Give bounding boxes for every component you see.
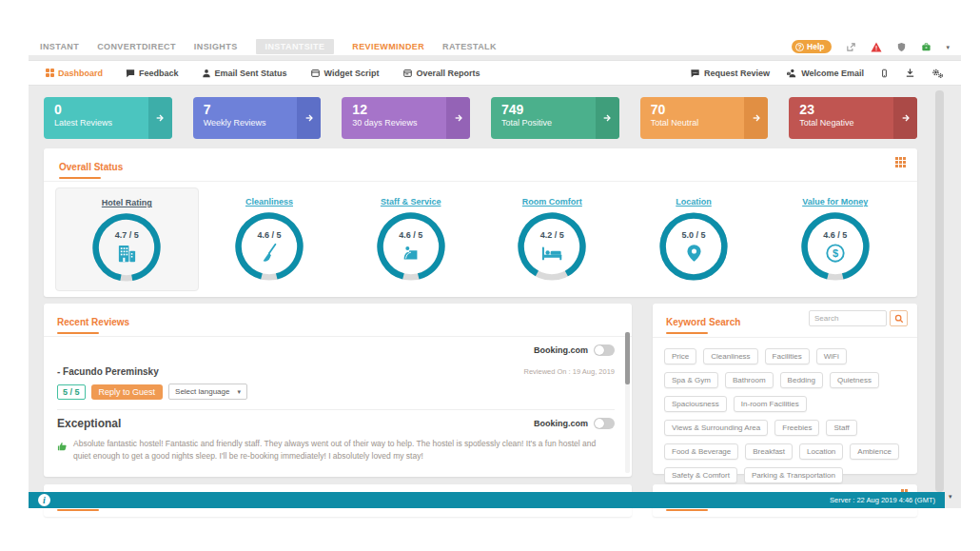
toolbar-dashboard-label: Dashboard [58, 69, 103, 78]
keyword-chip[interactable]: Price [664, 348, 696, 364]
gauge-location-link[interactable]: Location [676, 197, 712, 207]
keyword-search-header: Keyword Search [653, 304, 917, 338]
account-caret-icon[interactable]: ▾ [946, 44, 950, 50]
review-source-toggle[interactable] [594, 418, 615, 429]
recent-reviews-title: Recent Reviews [57, 317, 129, 327]
toolbar-feedback[interactable]: Feedback [126, 69, 179, 78]
toolbar-email-sent-status[interactable]: Email Sent Status [202, 69, 287, 78]
keyword-chip[interactable]: Parking & Transportation [744, 467, 843, 483]
gauge-location: Location 5.0 / 5 [623, 187, 765, 291]
review-source-row: Booking.com [534, 418, 615, 429]
card-arrow-button[interactable] [893, 97, 917, 139]
page-scrollbar[interactable] [935, 90, 944, 492]
review-divider [57, 409, 615, 410]
review-source-row: Booking.com [57, 337, 615, 358]
share-icon[interactable] [846, 42, 856, 52]
top-nav-actions: ? Help ▾ [792, 40, 950, 53]
keyword-chip[interactable]: Quietness [830, 372, 879, 388]
card-30-days-reviews[interactable]: 12 30 days Reviews [342, 97, 470, 139]
keyword-search-input[interactable] [809, 310, 887, 326]
nav-insights[interactable]: INSIGHTS [194, 42, 238, 51]
card-total-negative[interactable]: 23 Total Negative [789, 97, 917, 139]
card-arrow-button[interactable] [744, 97, 768, 139]
shield-icon[interactable] [896, 42, 907, 52]
keyword-chip[interactable]: Food & Beverage [664, 443, 738, 460]
select-language-label: Select language [175, 387, 229, 396]
overall-status-title: Overall Status [59, 162, 123, 172]
keyword-chip[interactable]: Cleanliness [703, 348, 757, 364]
card-value: 12 [352, 102, 441, 117]
keyword-chip[interactable]: Spa & Gym [664, 372, 718, 388]
gauge-value: 4.6 / 5 [823, 230, 847, 240]
help-button[interactable]: ? Help [792, 40, 832, 53]
select-caret-icon: ▾ [237, 388, 241, 395]
top-navigation: INSTANT CONVERTDIRECT INSIGHTS INSTANTSI… [29, 38, 961, 55]
settings-gears-icon[interactable] [931, 68, 944, 79]
info-icon[interactable]: i [38, 494, 50, 506]
mobile-phone-icon[interactable] [880, 68, 889, 79]
nav-instantsite[interactable]: INSTANTSITE [256, 39, 335, 54]
keyword-chip[interactable]: Breakfast [745, 443, 793, 460]
dollar-icon: $ [825, 243, 846, 264]
gauge-hotel-rating-link[interactable]: Hotel Rating [102, 198, 152, 207]
card-weekly-reviews[interactable]: 7 Weekly Reviews [193, 97, 322, 139]
scroll-caret-icon[interactable]: ▾ [949, 493, 952, 501]
alert-icon[interactable] [871, 42, 882, 52]
scrollbar-thumb[interactable] [625, 332, 630, 384]
select-language-dropdown[interactable]: Select language ▾ [168, 384, 247, 400]
keyword-chip[interactable]: Bathroom [725, 372, 774, 388]
review-source-toggle[interactable] [594, 344, 615, 356]
nav-convertdirect[interactable]: CONVERTDIRECT [97, 42, 176, 51]
request-review-button[interactable]: Request Review [690, 69, 770, 78]
keyword-chip[interactable]: Views & Surrounding Area [664, 420, 768, 436]
keyword-chip[interactable]: Staff [826, 420, 856, 436]
card-arrow-button[interactable] [297, 97, 321, 139]
server-time: Server : 22 Aug 2019 4:46 (GMT) [830, 496, 935, 504]
toolbar-email-sent-label: Email Sent Status [215, 69, 287, 78]
review-title-row: Exceptional Booking.com [57, 417, 615, 430]
nav-reviewminder[interactable]: REVIEWMINDER [352, 42, 424, 51]
chat-dots-icon [690, 69, 700, 78]
card-total-neutral[interactable]: 70 Total Neutral [640, 97, 769, 139]
toolbar-widget-label: Widget Script [324, 69, 380, 78]
request-review-label: Request Review [704, 69, 770, 78]
welcome-email-button[interactable]: Welcome Email [786, 69, 864, 78]
keyword-chip[interactable]: Bedding [780, 372, 823, 388]
keyword-chip[interactable]: Safety & Comfort [664, 467, 737, 483]
search-button[interactable] [890, 310, 908, 326]
keyword-chip[interactable]: Location [799, 443, 843, 460]
gauge-staff-service-link[interactable]: Staff & Service [381, 197, 441, 207]
dashboard-grid-icon [46, 69, 54, 77]
widget-card-icon [310, 69, 321, 78]
card-arrow-button[interactable] [148, 97, 172, 139]
layout-grid-icon[interactable] [895, 157, 906, 167]
toolbar-widget-script[interactable]: Widget Script [310, 69, 380, 78]
keyword-chip[interactable]: Ambience [850, 443, 899, 460]
question-mark-icon: ? [795, 43, 804, 51]
card-arrow-button[interactable] [446, 97, 470, 139]
gauge-room-comfort-link[interactable]: Room Comfort [522, 197, 582, 207]
briefcase-icon[interactable] [921, 42, 931, 52]
card-latest-reviews[interactable]: 0 Latest Reviews [44, 97, 172, 139]
keyword-chip[interactable]: Spaciousness [664, 396, 727, 412]
reviews-scrollbar[interactable] [625, 332, 630, 473]
toolbar-dashboard[interactable]: Dashboard [46, 69, 103, 78]
keyword-chip[interactable]: In-room Facilities [734, 396, 807, 412]
thumbs-up-icon [57, 439, 68, 462]
keyword-chip[interactable]: Facilities [765, 348, 810, 364]
card-value: 23 [799, 102, 889, 117]
gauge-cleanliness-link[interactable]: Cleanliness [245, 197, 293, 207]
help-label: Help [807, 42, 824, 51]
download-icon[interactable] [905, 68, 915, 78]
gauge-value-for-money-link[interactable]: Value for Money [802, 197, 868, 207]
keyword-chip[interactable]: WiFi [816, 348, 847, 364]
card-total-positive[interactable]: 749 Total Positive [491, 97, 619, 139]
toolbar-overall-reports[interactable]: Overall Reports [402, 69, 480, 78]
nav-instant[interactable]: INSTANT [40, 42, 79, 51]
keyword-chip[interactable]: Freebies [774, 420, 819, 436]
card-arrow-button[interactable] [596, 97, 619, 139]
nav-ratestalk[interactable]: RATESTALK [442, 42, 497, 51]
score-badge: 5 / 5 [57, 384, 86, 400]
reply-to-guest-button[interactable]: Reply to Guest [91, 384, 164, 400]
review-title: Exceptional [57, 417, 121, 430]
